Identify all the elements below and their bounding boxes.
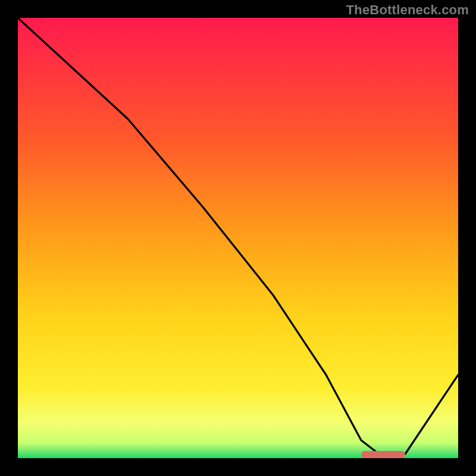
gradient-background	[18, 18, 458, 458]
chart-frame: TheBottleneck.com	[0, 0, 476, 476]
watermark-text: TheBottleneck.com	[346, 2, 469, 18]
optimal-zone-marker	[361, 451, 405, 458]
chart-svg	[18, 18, 458, 458]
plot-area	[18, 18, 458, 458]
